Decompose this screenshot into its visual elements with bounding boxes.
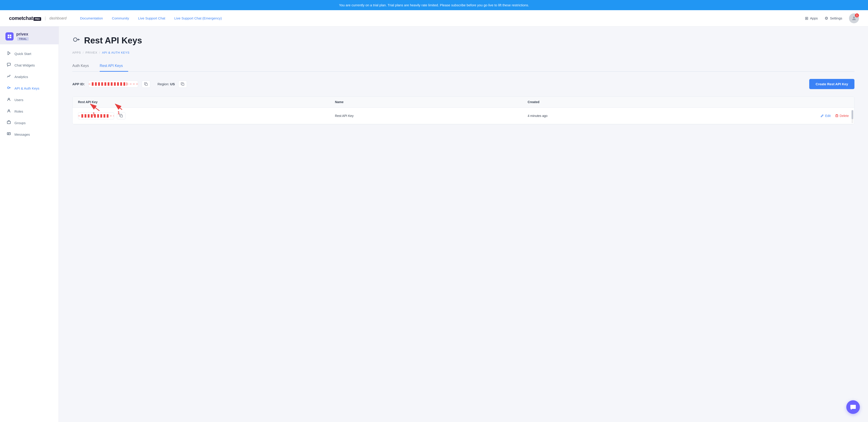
sidebar-item-roles[interactable]: Roles [0, 106, 59, 117]
sidebar-item-label: Quick Start [14, 52, 31, 56]
svg-rect-3 [8, 37, 9, 38]
tab-auth-keys[interactable]: Auth Keys [72, 61, 94, 72]
nav-apps-button[interactable]: ⊞ Apps [805, 16, 818, 21]
breadcrumb-apps[interactable]: APPS [72, 51, 81, 54]
trial-banner: You are currently on a trial plan. Trial… [0, 0, 868, 10]
table-header-name: Name [335, 100, 528, 104]
api-keys-icon [6, 86, 11, 91]
sidebar-item-label: Analytics [14, 75, 28, 79]
main-content: Rest API Keys APPS / PRIVEX / API & AUTH… [59, 27, 868, 422]
row-actions: Edit Delete [720, 114, 849, 118]
copy-region-button[interactable] [178, 81, 187, 88]
app-id-value: ████████████████████ [88, 81, 138, 88]
sidebar-app-name-wrap: privex TRIAL [16, 32, 29, 41]
edit-key-button[interactable]: Edit [820, 114, 831, 118]
page-title: Rest API Keys [84, 36, 142, 46]
chat-widgets-icon [6, 63, 11, 68]
delete-label: Delete [840, 114, 849, 118]
svg-rect-13 [145, 84, 147, 86]
nav-link-live-support[interactable]: Live Support Chat [138, 16, 165, 20]
quick-start-icon [6, 51, 11, 56]
nav-link-community[interactable]: Community [112, 16, 129, 20]
svg-rect-10 [7, 121, 10, 124]
avatar-wrap[interactable]: 1 [849, 13, 859, 23]
gear-icon: ⚙ [825, 16, 828, 21]
nav-link-documentation[interactable]: Documentation [80, 16, 103, 20]
sidebar-item-messages[interactable]: Messages [0, 129, 59, 140]
logo-dashboard: dashboard [50, 16, 67, 20]
nav-link-live-support-emergency[interactable]: Live Support Chat (Emergency) [174, 16, 222, 20]
edit-label: Edit [825, 114, 831, 118]
analytics-icon [6, 74, 11, 80]
logo-area: cometchatPRO | dashboard [9, 16, 66, 21]
sidebar-item-label: API & Auth Keys [14, 86, 39, 90]
sidebar-item-label: Roles [14, 110, 23, 113]
copy-key-button[interactable] [117, 112, 125, 119]
main-layout: privex TRIAL Quick Start [0, 27, 868, 422]
sidebar-item-users[interactable]: Users [0, 94, 59, 106]
apps-grid-icon: ⊞ [805, 16, 808, 21]
nav-right: ⊞ Apps ⚙ Settings 1 [805, 13, 859, 23]
table-header-key: Rest API Key [78, 100, 335, 104]
svg-rect-16 [836, 115, 838, 117]
logo-divider: | [45, 16, 46, 21]
breadcrumb-sep-2: / [99, 51, 100, 54]
svg-rect-4 [10, 37, 11, 38]
apps-label: Apps [810, 16, 818, 20]
svg-rect-1 [8, 35, 9, 36]
table-cell-created: 4 minutes ago [528, 114, 720, 118]
nav-settings-button[interactable]: ⚙ Settings [825, 16, 842, 21]
tabs: Auth Keys Rest API Keys [72, 61, 855, 72]
sidebar-app-name: privex [16, 32, 28, 36]
page-title-icon [72, 35, 81, 46]
svg-point-0 [853, 17, 855, 18]
sidebar: privex TRIAL Quick Start [0, 27, 59, 422]
table-header-actions [720, 100, 849, 104]
sidebar-item-label: Chat Widgets [14, 63, 35, 67]
svg-rect-2 [10, 35, 11, 36]
svg-point-12 [73, 38, 77, 41]
delete-key-button[interactable]: Delete [835, 114, 849, 118]
sidebar-app-icon [5, 32, 13, 40]
breadcrumb-api-auth-keys[interactable]: API & AUTH KEYS [102, 51, 129, 54]
svg-marker-5 [8, 52, 10, 55]
sidebar-item-groups[interactable]: Groups [0, 117, 59, 129]
sidebar-item-api-auth-keys[interactable]: API & Auth Keys [0, 83, 59, 94]
api-key-value: ████████████████ [78, 112, 114, 119]
users-icon [6, 97, 11, 102]
api-keys-table: Rest API Key Name Created ██████████████… [72, 96, 855, 124]
app-id-row: APP ID: ████████████████████ Region: US … [72, 79, 855, 89]
breadcrumb-privex[interactable]: PRIVEX [86, 51, 97, 54]
svg-rect-6 [7, 63, 10, 65]
sidebar-item-quick-start[interactable]: Quick Start [0, 48, 59, 59]
breadcrumb-sep-1: / [83, 51, 84, 54]
sidebar-item-label: Users [14, 98, 23, 102]
region-label: Region: US [158, 82, 175, 86]
sidebar-item-label: Groups [14, 121, 26, 125]
app-id-label: APP ID: [72, 82, 85, 86]
sidebar-item-analytics[interactable]: Analytics [0, 71, 59, 83]
table-cell-name: Rest API Key [335, 114, 528, 118]
nav-links: Documentation Community Live Support Cha… [80, 16, 805, 20]
sidebar-nav: Quick Start Chat Widgets Analytics [0, 44, 59, 144]
svg-point-7 [7, 87, 9, 89]
svg-rect-15 [121, 115, 123, 117]
top-nav: cometchatPRO | dashboard Documentation C… [0, 10, 868, 27]
sidebar-item-label: Messages [14, 132, 30, 137]
table-header: Rest API Key Name Created [72, 96, 854, 108]
page-header: Rest API Keys [72, 35, 855, 46]
region-value: US [170, 82, 175, 86]
api-key-cell: ████████████████ [78, 112, 335, 119]
tab-rest-api-keys[interactable]: Rest API Keys [100, 61, 128, 72]
sidebar-trial-badge: TRIAL [17, 37, 29, 41]
create-rest-api-key-button[interactable]: Create Rest API Key [809, 79, 855, 89]
copy-app-id-button[interactable] [142, 81, 150, 88]
logo-pro-badge: PRO [33, 17, 41, 21]
table-row: ████████████████ Rest API Key 4 minutes … [72, 108, 854, 124]
sidebar-app-header: privex TRIAL [0, 27, 59, 44]
logo-text: cometchatPRO [9, 16, 41, 21]
breadcrumb: APPS / PRIVEX / API & AUTH KEYS [72, 51, 855, 54]
sidebar-item-chat-widgets[interactable]: Chat Widgets [0, 59, 59, 71]
chat-widget-button[interactable] [846, 400, 860, 414]
roles-icon [6, 109, 11, 114]
